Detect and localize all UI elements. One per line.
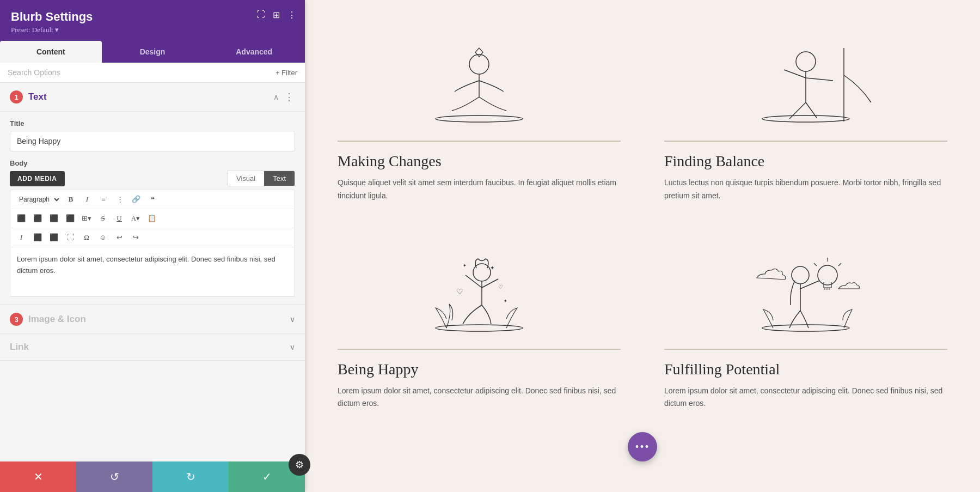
svg-point-13	[762, 325, 849, 331]
editor-toolbar-row2: ⬛ ⬛ ⬛ ⬛ ⊞▾ S U A▾ 📋	[10, 209, 295, 228]
fab-button[interactable]: •••	[628, 432, 657, 461]
card-illustration-being-happy: ♡ ♡ ✦ ✦ ✦	[338, 230, 621, 350]
image-icon-section-title: Image & Icon	[28, 314, 86, 325]
view-tabs: Visual Text	[227, 171, 295, 186]
link-collapse-chevron[interactable]: ∨	[290, 343, 295, 352]
card-body-being-happy: Lorem ipsum dolor sit amet, consectetur …	[338, 385, 621, 411]
text-section-body: Title Body ADD MEDIA Visual Text Paragra…	[0, 112, 305, 305]
italic-icon[interactable]: I	[81, 193, 94, 206]
svg-text:✦: ✦	[490, 265, 494, 271]
main-content: Making Changes Quisque aliquet velit sit…	[305, 0, 980, 492]
svg-text:✦: ✦	[504, 299, 507, 303]
card-title-making-changes: Making Changes	[338, 153, 621, 170]
card-illustration-fulfilling-potential	[664, 230, 947, 350]
layout-icon[interactable]: ⊞	[273, 10, 280, 20]
redo-editor-icon[interactable]: ↪	[129, 231, 142, 244]
ordered-list-icon[interactable]: ⋮	[113, 193, 126, 206]
card-body-fulfilling-potential: Lorem ipsum dolor sit amet, consectetur …	[664, 385, 947, 411]
svg-line-20	[838, 263, 841, 266]
text-section-header: 1 Text ∧ ⋮	[0, 83, 305, 112]
bold-icon[interactable]: B	[64, 193, 77, 206]
indent-right-icon[interactable]: ⬛	[47, 231, 60, 244]
unordered-list-icon[interactable]: ≡	[97, 193, 110, 206]
svg-text:♡: ♡	[498, 284, 503, 290]
image-icon-section-label: 3 Image & Icon	[10, 313, 86, 326]
panel-tabs: Content Design Advanced	[0, 41, 305, 63]
fullscreen-icon[interactable]: ⛶	[64, 231, 77, 244]
editor-content[interactable]: Lorem ipsum dolor sit amet, consectetur …	[10, 247, 295, 296]
step-badge-1: 1	[10, 90, 23, 104]
undo-button[interactable]: ↺	[76, 461, 152, 492]
paste-icon[interactable]: 📋	[145, 212, 158, 225]
link-section-label: Link	[10, 342, 29, 353]
special-char-icon[interactable]: Ω	[80, 231, 93, 244]
card-title-fulfilling-potential: Fulfilling Potential	[664, 361, 947, 378]
svg-point-1	[469, 54, 489, 74]
text-color-icon[interactable]: A▾	[129, 212, 142, 225]
align-right-icon[interactable]: ⬛	[47, 212, 60, 225]
view-tab-text[interactable]: Text	[264, 171, 295, 186]
justify-icon[interactable]: ⬛	[64, 212, 77, 225]
step-badge-3: 3	[10, 313, 23, 326]
image-icon-section-controls: ∨	[290, 315, 295, 324]
title-input[interactable]	[10, 131, 295, 151]
align-center-icon[interactable]: ⬛	[31, 212, 44, 225]
tab-content[interactable]: Content	[0, 41, 102, 63]
strikethrough-icon[interactable]: S	[96, 212, 109, 225]
view-tab-visual[interactable]: Visual	[228, 171, 264, 186]
svg-point-6	[436, 325, 523, 331]
svg-point-3	[762, 116, 849, 122]
text-section-title: Text	[28, 92, 47, 102]
cancel-button[interactable]: ✕	[0, 461, 76, 492]
search-placeholder: Search Options	[8, 68, 60, 77]
underline-icon[interactable]: U	[113, 212, 126, 225]
add-media-button[interactable]: ADD MEDIA	[10, 171, 65, 186]
blockquote-icon[interactable]: ❝	[146, 193, 159, 206]
expand-icon[interactable]: ⛶	[256, 10, 265, 20]
align-left-icon[interactable]: ⬛	[15, 212, 28, 225]
tab-design[interactable]: Design	[102, 41, 204, 63]
indent-center-icon[interactable]: ⬛	[31, 231, 44, 244]
panel-content: 1 Text ∧ ⋮ Title Body ADD MEDIA Visual T…	[0, 83, 305, 461]
editor-toolbar-row1: Paragraph B I ≡ ⋮ 🔗 ❝	[10, 190, 295, 209]
link-section-controls: ∨	[290, 343, 295, 352]
card-illustration-finding-balance	[664, 22, 947, 142]
paragraph-select[interactable]: Paragraph	[15, 194, 61, 205]
card-illustration-making-changes	[338, 22, 621, 142]
svg-text:✦: ✦	[463, 263, 467, 268]
undo-editor-icon[interactable]: ↩	[113, 231, 126, 244]
link-icon[interactable]: 🔗	[130, 193, 143, 206]
svg-point-15	[818, 265, 837, 285]
image-icon-section-header: 3 Image & Icon ∨	[0, 305, 305, 334]
title-field-label: Title	[10, 119, 295, 127]
link-section-title: Link	[10, 342, 29, 353]
text-section-controls: ∧ ⋮	[273, 91, 295, 103]
filter-button[interactable]: + Filter	[275, 69, 297, 77]
text-section-label: 1 Text	[10, 90, 47, 104]
panel-preset[interactable]: Preset: Default ▾	[11, 26, 294, 34]
card-body-making-changes: Quisque aliquet velit sit amet sem inter…	[338, 177, 621, 203]
more-icon[interactable]: ⋮	[287, 10, 296, 20]
image-icon-collapse-chevron[interactable]: ∨	[290, 315, 295, 324]
svg-point-0	[436, 116, 523, 122]
settings-fab[interactable]: ⚙	[289, 454, 310, 476]
card-making-changes: Making Changes Quisque aliquet velit sit…	[338, 22, 621, 203]
card-title-being-happy: Being Happy	[338, 361, 621, 378]
card-finding-balance: Finding Balance Luctus lectus non quisqu…	[664, 22, 947, 203]
svg-marker-2	[475, 48, 483, 57]
table-icon[interactable]: ⊞▾	[80, 212, 93, 225]
indent-left-icon[interactable]: I	[15, 231, 28, 244]
svg-line-21	[814, 263, 817, 266]
editor-box: Paragraph B I ≡ ⋮ 🔗 ❝ ⬛ ⬛ ⬛ ⬛ ⊞▾ S	[10, 190, 295, 297]
card-being-happy: ♡ ♡ ✦ ✦ ✦ Being Happy Lorem ipsum dolor …	[338, 230, 621, 411]
link-section-header: Link ∨	[0, 334, 305, 361]
settings-panel: Blurb Settings Preset: Default ▾ ⛶ ⊞ ⋮ C…	[0, 0, 305, 492]
cards-grid: Making Changes Quisque aliquet velit sit…	[338, 22, 947, 410]
bottom-toolbar: ✕ ↺ ↻ ✓	[0, 461, 305, 492]
body-field-label: Body	[10, 159, 295, 167]
text-more-menu[interactable]: ⋮	[284, 91, 295, 103]
redo-button[interactable]: ↻	[152, 461, 229, 492]
text-collapse-chevron[interactable]: ∧	[273, 93, 279, 102]
tab-advanced[interactable]: Advanced	[203, 41, 305, 63]
emoji-icon[interactable]: ☺	[96, 231, 109, 244]
